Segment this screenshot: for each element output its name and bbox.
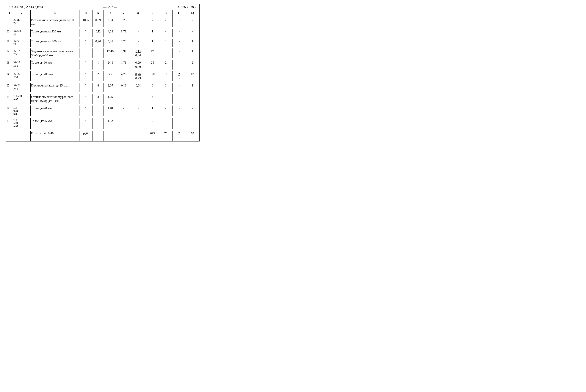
col7-header: 7 [117,10,130,16]
row-ref: I6-22I22 [13,38,31,46]
row-desc: То же, д=25 мм [31,118,79,129]
row-col11: - [173,48,186,58]
row-col12: 78 [186,131,199,141]
row-col7: - [117,106,130,116]
row-col9: I7 [146,48,159,58]
row-col5: 4 [93,83,104,92]
row-col8: - [130,29,146,37]
row-col8: 0,29 0,09 [130,60,146,69]
row-col10: I [159,38,172,46]
table-row: I7 Ц.Iч.IIIп.86 То же, д=20 мм " I I,48 … [6,106,199,116]
spacer-row [6,27,199,29]
row-col6: I,48 [104,106,117,116]
row-ref: I6-2I922 [13,16,31,27]
row-col8 [130,131,146,141]
row-ref: Ц.Iч.IIIп.87 [13,118,31,129]
main-table-container: 1 2 3 4 5 6 7 8 9 10 11 12 9 [6,10,199,141]
row-col11: - [173,16,186,27]
row-ref: I6-22022 [13,29,31,37]
row-col7: 4,75 [117,72,130,81]
col11-header: 11 [173,10,186,16]
col12-header: 12 [186,10,199,16]
row-col8: - [130,94,146,104]
spacer-row [6,81,199,83]
row-unit: " [79,83,93,92]
row-col10: 70 [159,131,172,141]
row-col7: I,7I [117,60,130,69]
row-ref [13,131,31,141]
row-col12: 2 [186,60,199,69]
row-col6 [104,131,117,141]
row-num: I4 [6,72,13,81]
row-unit: " [79,38,93,46]
row-col9: 25 [146,60,159,69]
row-col9: I [146,106,159,116]
row-col5: I [93,106,104,116]
row-desc: То же, диам.до 200 мм [31,38,79,46]
row-col5: 0,59 [93,16,104,27]
row-ref: Ц.I,ч.IIIп.85 [13,94,31,104]
row-col6: 4,22 [104,29,117,37]
row-col10: - [159,106,172,116]
row-col10: - [159,94,172,104]
row-col9: 2 [146,16,159,27]
corner-bracket-tr: ⌐ [195,5,198,9]
main-table: 1 2 3 4 5 6 7 8 9 10 11 12 9 [6,10,199,141]
row-col11: - [173,29,186,37]
row-unit: " [79,60,93,69]
spacer-row [6,116,199,118]
corner-bracket-tl: Г [8,5,10,9]
table-header-row: 1 2 3 4 5 6 7 8 9 10 11 12 [6,10,199,16]
table-row: I8 Ц.Iч.IIIп.87 То же, д=25 мм " I I,82 … [6,118,199,129]
row-col8: - [130,118,146,129]
table-row: I5 I6-I85I6-2 Поливочный кран д=25 мм " … [6,83,199,92]
row-col7: 3,73 [117,29,130,37]
row-col5: I [93,118,104,129]
row-col10: - [159,118,172,129]
row-col11: - [173,38,186,46]
row-num: I6 [6,94,13,104]
row-num [6,131,13,141]
row-desc: То же, диам.до I00 мм [31,29,79,37]
row-col10: 2 [159,16,172,27]
row-ref: Ц.Iч.IIIп.86 [13,106,31,116]
col10-header: 10 [159,10,172,16]
row-col8: 0,0I - [130,83,146,92]
row-col10: I [159,83,172,92]
col4-header: 4 [79,10,93,16]
row-desc: То же, д=20 мм [31,106,79,116]
row-col12: - [186,118,199,129]
row-col9: 4 [146,94,159,104]
row-col12: - [186,94,199,104]
row-num: I8 [6,118,13,129]
row-col6: 5,47 [104,38,117,46]
row-col8: - [130,16,146,27]
table-row: I4 I6-I22I2-4 То же, д=200 мм " 2 75 4,7… [6,72,199,81]
row-col12: I [186,38,199,46]
col9-header: 9 [146,10,159,16]
spacer-row [6,46,199,48]
row-desc: То же, д=200 мм [31,72,79,81]
row-col9: I [146,38,159,46]
spacer-row [6,37,199,38]
row-col7: - [117,118,130,129]
table-row: I2 I6-II7I2-I Задвижка чугунная фланце-в… [6,48,199,58]
row-num: II [6,38,13,46]
table-row: II I6-22I22 То же, диам.до 200 мм " 0,20… [6,38,199,46]
row-unit: руб. [79,131,93,141]
row-col12: 2 [186,16,199,27]
col5-header: 5 [93,10,104,16]
row-ref: I6-II8I2-2 [13,60,31,69]
page-number: — 297 — [103,5,117,9]
spacer-row [6,92,199,94]
row-col9: I [146,29,159,37]
total-row: Итого по пп.I÷I8 руб. 693 70 7 - 78 [6,131,199,141]
row-col11: - [173,83,186,92]
row-col12: I [186,83,199,92]
row-desc: Стоимость вентиля муфто-вого марки I5ч8р… [31,94,79,104]
row-desc: Испытание системы диам.до 50 мм [31,16,79,27]
row-num: I7 [6,106,13,116]
spacer-row [6,104,199,106]
row-col5: 2 [93,72,104,81]
col1-header: 1 [6,10,13,16]
